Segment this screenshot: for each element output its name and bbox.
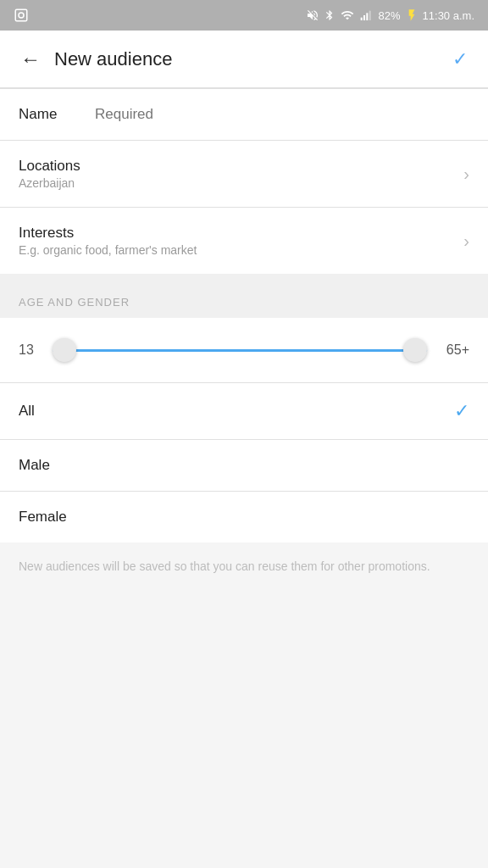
time-text: 11:30 a.m. (423, 9, 474, 22)
name-row: Name (0, 89, 488, 140)
status-bar: 82% 11:30 a.m. (0, 0, 488, 31)
gender-female-label: Female (19, 509, 469, 526)
back-button[interactable]: ← (14, 41, 47, 78)
gender-female-row[interactable]: Female (0, 492, 488, 542)
svg-rect-5 (369, 11, 370, 20)
slider-thumb-left[interactable] (53, 338, 76, 362)
status-icons: 82% 11:30 a.m. (306, 8, 474, 22)
screenshot-icon (14, 8, 29, 23)
slider-thumb-right[interactable] (403, 338, 427, 362)
age-gender-label: AGE AND GENDER (19, 296, 130, 309)
battery-text: 82% (379, 9, 401, 22)
interests-row[interactable]: Interests E.g. organic food, farmer's ma… (0, 208, 488, 274)
locations-content: Locations Azerbaijan (19, 158, 463, 190)
age-min-label: 13 (19, 342, 44, 358)
gender-all-row[interactable]: All ✓ (0, 383, 488, 439)
save-check-button[interactable]: ✓ (446, 42, 474, 77)
signal-icon (359, 8, 374, 22)
app-bar: ← New audience ✓ (0, 31, 488, 88)
page-title: New audience (54, 48, 446, 70)
name-input[interactable] (95, 106, 469, 123)
slider-track (53, 349, 427, 352)
bluetooth-icon (324, 8, 336, 22)
footer-note: New audiences will be saved so that you … (0, 542, 488, 601)
mute-icon (306, 8, 319, 22)
age-max-label: 65+ (435, 342, 469, 358)
gender-all-label: All (19, 403, 454, 420)
gender-all-check-icon: ✓ (454, 400, 469, 422)
svg-rect-2 (360, 18, 362, 20)
age-range-row: 13 65+ (0, 318, 488, 382)
svg-point-1 (19, 13, 24, 18)
interests-content: Interests E.g. organic food, farmer's ma… (19, 225, 463, 257)
svg-rect-3 (363, 15, 365, 20)
gender-male-row[interactable]: Male (0, 440, 488, 491)
name-label: Name (19, 106, 95, 123)
battery-icon (405, 8, 419, 22)
age-slider[interactable] (53, 335, 427, 365)
gender-male-label: Male (19, 457, 469, 474)
section-divider-1 (0, 274, 488, 282)
locations-chevron-icon: › (463, 164, 469, 184)
locations-row[interactable]: Locations Azerbaijan › (0, 141, 488, 207)
locations-label: Locations (19, 158, 463, 175)
svg-rect-0 (15, 9, 27, 21)
locations-value: Azerbaijan (19, 176, 463, 190)
age-gender-section-header: AGE AND GENDER (0, 282, 488, 318)
footer-note-text: New audiences will be saved so that you … (19, 559, 430, 573)
interests-label: Interests (19, 225, 463, 242)
interests-chevron-icon: › (463, 231, 469, 251)
wifi-icon (340, 8, 355, 22)
svg-rect-4 (366, 13, 368, 20)
interests-placeholder: E.g. organic food, farmer's market (19, 243, 463, 257)
